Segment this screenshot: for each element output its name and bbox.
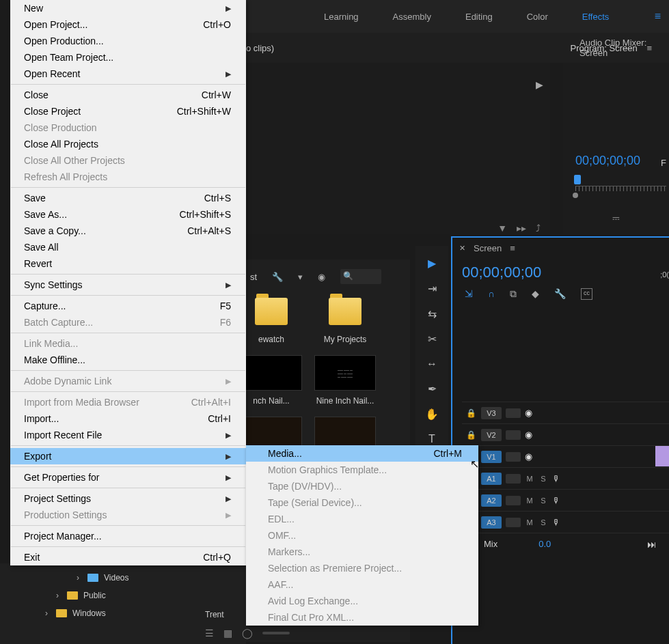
- mute-button[interactable]: M: [525, 518, 534, 527]
- track-a3[interactable]: 🔒 A3 M S 🎙: [462, 511, 669, 533]
- snap-icon[interactable]: ∩: [488, 288, 495, 300]
- list-view-icon[interactable]: ☰: [205, 628, 214, 639]
- razor-tool-icon[interactable]: ✂: [424, 333, 440, 346]
- lock-icon[interactable]: 🔒: [466, 430, 477, 440]
- menu-item[interactable]: Save As...Ctrl+Shift+S: [10, 206, 246, 223]
- tab-assembly[interactable]: Assembly: [393, 12, 431, 22]
- step-icon[interactable]: ▸▸: [517, 223, 526, 234]
- program-menu-icon[interactable]: ≡: [646, 43, 652, 53]
- menu-item[interactable]: CloseCtrl+W: [10, 87, 246, 103]
- menu-item[interactable]: Make Offline...: [10, 352, 246, 368]
- menu-item[interactable]: Save All: [10, 239, 246, 255]
- hand-tool-icon[interactable]: ✋: [424, 408, 440, 421]
- source-patch-icon[interactable]: [506, 430, 521, 440]
- ruler-handle-icon[interactable]: [573, 193, 578, 198]
- bin-clip-a[interactable]: nch Nail...: [241, 355, 302, 406]
- selection-tool-icon[interactable]: ▶: [424, 257, 440, 270]
- track-label[interactable]: V3: [481, 407, 502, 419]
- menu-item[interactable]: Open Recent▶: [10, 66, 246, 82]
- settings-icon[interactable]: 🔧: [554, 288, 566, 300]
- tab-editing[interactable]: Editing: [465, 12, 493, 22]
- menu-item[interactable]: Export▶: [10, 448, 246, 464]
- export-submenu[interactable]: Media...Ctrl+MMotion Graphics Template..…: [246, 445, 478, 626]
- mute-button[interactable]: M: [525, 475, 534, 483]
- icon-view-icon[interactable]: ▦: [223, 628, 232, 639]
- menu-item[interactable]: Sync Settings▶: [10, 277, 246, 293]
- track-mix[interactable]: 🔒 Mix 0.0 ⏭: [462, 533, 669, 555]
- menu-item[interactable]: Save a Copy...Ctrl+Alt+S: [10, 223, 246, 239]
- source-patch-icon[interactable]: [506, 408, 521, 418]
- caption-icon[interactable]: cc: [581, 288, 592, 300]
- menu-item[interactable]: Project Settings▶: [10, 490, 246, 507]
- export-frame-icon[interactable]: ⤴: [536, 223, 541, 234]
- menu-item[interactable]: Open Production...: [10, 33, 246, 49]
- track-label[interactable]: V2: [481, 429, 502, 441]
- bin-trent-label[interactable]: Trent: [205, 610, 224, 619]
- sequence-tab[interactable]: Screen: [474, 243, 502, 253]
- tab-learning[interactable]: Learning: [324, 12, 359, 22]
- solo-button[interactable]: S: [538, 518, 548, 527]
- eye-icon[interactable]: ◉: [525, 451, 536, 462]
- tab-effects[interactable]: Effects: [582, 12, 610, 22]
- mic-icon[interactable]: 🎙: [552, 518, 560, 527]
- tab-color[interactable]: Color: [527, 12, 548, 22]
- panel-menu-icon[interactable]: ≡: [510, 243, 515, 253]
- program-timecode[interactable]: 00;00;00;00: [575, 154, 640, 168]
- menu-item[interactable]: Open Project...Ctrl+O: [10, 16, 246, 33]
- solo-button[interactable]: S: [538, 475, 548, 483]
- timeline-timecode[interactable]: 00;00;00;00: [462, 264, 669, 281]
- track-label[interactable]: A1: [481, 473, 502, 485]
- bin-clip-b[interactable]: —— —— ——— — ——— —— —— Nine Inch Nail...: [314, 355, 376, 406]
- fit-label[interactable]: F: [661, 158, 666, 168]
- menu-item[interactable]: Capture...F5: [10, 298, 246, 314]
- track-v3[interactable]: 🔒 V3 ◉: [462, 402, 669, 423]
- menu-item[interactable]: Get Properties for▶: [10, 469, 246, 486]
- play-icon[interactable]: ▶: [536, 79, 543, 90]
- bin-ewatch[interactable]: ewatch: [241, 294, 302, 344]
- workspace-menu-icon[interactable]: ≡: [655, 10, 661, 23]
- menu-item[interactable]: Project Manager...: [10, 528, 246, 544]
- pen-tool-icon[interactable]: ✒: [424, 382, 440, 395]
- playhead-icon[interactable]: [574, 175, 581, 184]
- program-ruler[interactable]: [571, 178, 666, 194]
- solo-button[interactable]: S: [538, 496, 548, 505]
- type-tool-icon[interactable]: T: [424, 433, 440, 445]
- track-label[interactable]: A2: [481, 494, 502, 507]
- source-patch-icon[interactable]: [506, 518, 521, 527]
- jog-icon[interactable]: ⎓: [612, 211, 620, 225]
- menu-item[interactable]: SaveCtrl+S: [10, 190, 246, 206]
- mic-icon[interactable]: 🎙: [552, 496, 560, 505]
- mix-value[interactable]: 0.0: [538, 539, 551, 549]
- source-patch-icon[interactable]: [506, 474, 521, 484]
- menu-item[interactable]: Import...Ctrl+I: [10, 410, 246, 427]
- loop-icon[interactable]: ⏭: [647, 539, 657, 550]
- menu-item[interactable]: New▶: [10, 0, 246, 16]
- filter-icon[interactable]: ▼: [497, 223, 507, 234]
- close-icon[interactable]: ✕: [459, 244, 465, 253]
- eye-icon[interactable]: ◉: [525, 430, 536, 440]
- menu-item[interactable]: Revert: [10, 255, 246, 272]
- marker-icon[interactable]: ◆: [532, 288, 539, 300]
- thumbnail-size-slider[interactable]: [262, 632, 290, 634]
- menu-item[interactable]: Close ProjectCtrl+Shift+W: [10, 103, 246, 120]
- tree-public[interactable]: › Public: [0, 587, 246, 604]
- linked-selection-icon[interactable]: ⧉: [510, 288, 517, 300]
- project-search[interactable]: 🔍: [340, 269, 381, 284]
- track-v2[interactable]: 🔒 V2 ◉: [462, 423, 669, 445]
- ripple-edit-tool-icon[interactable]: ⇆: [424, 307, 440, 320]
- track-label[interactable]: V1: [481, 451, 502, 463]
- slip-tool-icon[interactable]: ↔: [424, 358, 440, 370]
- source-patch-icon[interactable]: [506, 452, 521, 462]
- track-select-tool-icon[interactable]: ⇥: [424, 282, 440, 295]
- source-patch-icon[interactable]: [506, 496, 521, 505]
- bin-my-projects[interactable]: My Projects: [314, 294, 376, 344]
- funnel-icon[interactable]: ▾: [298, 272, 303, 282]
- menu-item[interactable]: Import Recent File▶: [10, 427, 246, 443]
- mic-icon[interactable]: 🎙: [552, 474, 560, 484]
- wrench-icon[interactable]: 🔧: [272, 272, 283, 282]
- menu-item[interactable]: Close All Projects: [10, 136, 246, 152]
- track-v1[interactable]: 🔒 V1 ◉: [462, 445, 669, 467]
- menu-item[interactable]: Open Team Project...: [10, 49, 246, 66]
- submenu-item[interactable]: Media...Ctrl+M: [246, 445, 478, 462]
- track-label[interactable]: A3: [481, 516, 502, 529]
